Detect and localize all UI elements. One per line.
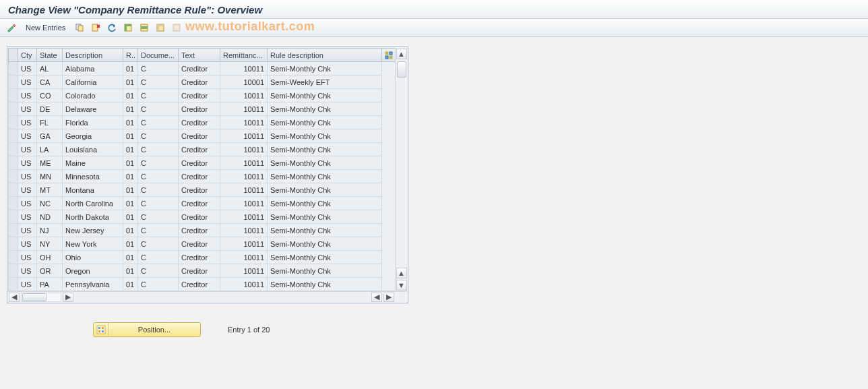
cell-cty[interactable]: US	[18, 116, 37, 129]
table-row[interactable]: USOROregon01CCreditor10011Semi-Monthly C…	[9, 264, 396, 278]
row-selector[interactable]	[9, 143, 18, 156]
row-selector[interactable]	[9, 156, 18, 170]
cell-r[interactable]: 01	[123, 156, 138, 170]
cell-remittanc[interactable]: 10011	[220, 237, 268, 251]
cell-rule-description[interactable]: Semi-Monthly Chk	[268, 143, 382, 156]
cell-r[interactable]: 01	[123, 76, 138, 89]
cell-docume[interactable]: C	[138, 76, 179, 89]
cell-description[interactable]: Pennsylvania	[63, 278, 123, 291]
cell-cty[interactable]: US	[18, 264, 37, 278]
cell-docume[interactable]: C	[138, 143, 179, 156]
table-row[interactable]: USMTMontana01CCreditor10011Semi-Monthly …	[9, 183, 396, 197]
row-selector[interactable]	[9, 170, 18, 183]
col-cty[interactable]: Cty	[18, 49, 37, 62]
row-selector[interactable]	[9, 224, 18, 237]
cell-remittanc[interactable]: 10011	[220, 102, 268, 116]
cell-description[interactable]: Florida	[63, 116, 123, 129]
cell-description[interactable]: Maine	[63, 156, 123, 170]
cell-rule-description[interactable]: Semi-Monthly Chk	[268, 278, 382, 291]
new-entries-button[interactable]: New Entries	[22, 22, 69, 33]
table-row[interactable]: USNJNew Jersey01CCreditor10011Semi-Month…	[9, 224, 396, 237]
row-selector[interactable]	[9, 264, 18, 278]
cell-state[interactable]: CO	[37, 89, 63, 102]
cell-docume[interactable]: C	[138, 183, 179, 197]
cell-description[interactable]: Alabama	[63, 62, 123, 76]
table-row[interactable]: USPAPennsylvania01CCreditor10011Semi-Mon…	[9, 278, 396, 291]
cell-rule-description[interactable]: Semi-Monthly Chk	[268, 251, 382, 264]
cell-r[interactable]: 01	[123, 278, 138, 291]
cell-state[interactable]: MN	[37, 170, 63, 183]
cell-state[interactable]: MT	[37, 183, 63, 197]
position-button[interactable]: Position...	[93, 322, 201, 337]
row-selector[interactable]	[9, 116, 18, 129]
cell-description[interactable]: Oregon	[63, 264, 123, 278]
cell-cty[interactable]: US	[18, 62, 37, 76]
cell-remittanc[interactable]: 10011	[220, 183, 268, 197]
other-view-icon[interactable]	[5, 22, 18, 34]
cell-description[interactable]: Delaware	[63, 102, 123, 116]
delete-icon[interactable]	[90, 22, 102, 34]
scroll-down-icon[interactable]: ▼	[396, 280, 407, 291]
cell-remittanc[interactable]: 10011	[220, 62, 268, 76]
cell-state[interactable]: NY	[37, 237, 63, 251]
cell-cty[interactable]: US	[18, 224, 37, 237]
cell-cty[interactable]: US	[18, 76, 37, 89]
cell-docume[interactable]: C	[138, 62, 179, 76]
cell-cty[interactable]: US	[18, 143, 37, 156]
cell-text[interactable]: Creditor	[179, 143, 220, 156]
cell-remittanc[interactable]: 10011	[220, 156, 268, 170]
col-docume[interactable]: Docume...	[138, 49, 179, 62]
cell-cty[interactable]: US	[18, 251, 37, 264]
cell-description[interactable]: Louisiana	[63, 143, 123, 156]
table-row[interactable]: USLALouisiana01CCreditor10011Semi-Monthl…	[9, 143, 396, 156]
row-selector[interactable]	[9, 76, 18, 89]
cell-cty[interactable]: US	[18, 102, 37, 116]
col-r[interactable]: R..	[123, 49, 138, 62]
cell-r[interactable]: 01	[123, 116, 138, 129]
table-row[interactable]: USOHOhio01CCreditor10011Semi-Monthly Chk	[9, 251, 396, 264]
cell-docume[interactable]: C	[138, 224, 179, 237]
cell-description[interactable]: California	[63, 76, 123, 89]
cell-remittanc[interactable]: 10011	[220, 143, 268, 156]
col-select[interactable]	[9, 49, 18, 62]
row-selector[interactable]	[9, 210, 18, 224]
cell-rule-description[interactable]: Semi-Monthly Chk	[268, 102, 382, 116]
cell-remittanc[interactable]: 10011	[220, 210, 268, 224]
cell-rule-description[interactable]: Semi-Monthly Chk	[268, 237, 382, 251]
cell-r[interactable]: 01	[123, 102, 138, 116]
cell-state[interactable]: AL	[37, 62, 63, 76]
cell-remittanc[interactable]: 10001	[220, 76, 268, 89]
cell-remittanc[interactable]: 10011	[220, 224, 268, 237]
table-row[interactable]: USMNMinnesota01CCreditor10011Semi-Monthl…	[9, 170, 396, 183]
cell-docume[interactable]: C	[138, 237, 179, 251]
cell-state[interactable]: ND	[37, 210, 63, 224]
cell-description[interactable]: New Jersey	[63, 224, 123, 237]
table-row[interactable]: USFLFlorida01CCreditor10011Semi-Monthly …	[9, 116, 396, 129]
cell-r[interactable]: 01	[123, 224, 138, 237]
row-selector[interactable]	[9, 102, 18, 116]
cell-remittanc[interactable]: 10011	[220, 264, 268, 278]
scroll-right-end-icon[interactable]: ▶	[383, 293, 394, 302]
cell-rule-description[interactable]: Semi-Monthly Chk	[268, 210, 382, 224]
table-row[interactable]: USALAlabama01CCreditor10011Semi-Monthly …	[9, 62, 396, 76]
cell-text[interactable]: Creditor	[179, 210, 220, 224]
row-selector[interactable]	[9, 183, 18, 197]
cell-description[interactable]: Montana	[63, 183, 123, 197]
col-rule-description[interactable]: Rule description	[268, 49, 382, 62]
cell-description[interactable]: North Carolina	[63, 197, 123, 210]
config-icon[interactable]	[170, 22, 183, 34]
cell-remittanc[interactable]: 10011	[220, 278, 268, 291]
cell-state[interactable]: GA	[37, 129, 63, 143]
table-row[interactable]: USMEMaine01CCreditor10011Semi-Monthly Ch…	[9, 156, 396, 170]
row-selector[interactable]	[9, 62, 18, 76]
scroll-up-icon[interactable]: ▲	[396, 49, 407, 59]
col-remittanc[interactable]: Remittanc...	[220, 49, 268, 62]
cell-cty[interactable]: US	[18, 129, 37, 143]
cell-docume[interactable]: C	[138, 116, 179, 129]
cell-cty[interactable]: US	[18, 156, 37, 170]
row-selector[interactable]	[9, 278, 18, 291]
cell-docume[interactable]: C	[138, 170, 179, 183]
cell-docume[interactable]: C	[138, 156, 179, 170]
table-settings-icon[interactable]	[382, 49, 396, 62]
cell-cty[interactable]: US	[18, 170, 37, 183]
